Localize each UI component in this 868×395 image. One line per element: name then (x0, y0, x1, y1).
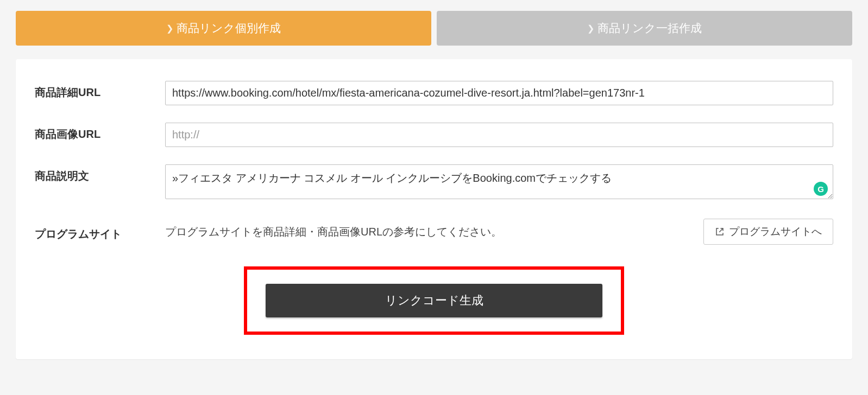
chevron-right-icon: ❯ (166, 23, 173, 34)
tabs: ❯ 商品リンク個別作成 ❯ 商品リンク一括作成 (16, 11, 852, 46)
generate-link-button[interactable]: リンクコード生成 (266, 284, 602, 317)
label-program-site: プログラムサイト (35, 222, 165, 241)
form-card: 商品詳細URL 商品画像URL 商品説明文 G プログラムサイト プログラムサイ… (16, 59, 852, 359)
external-link-icon (715, 227, 725, 237)
program-site-button[interactable]: プログラムサイトへ (703, 219, 833, 245)
description-textarea[interactable] (165, 164, 833, 199)
highlight-box: リンクコード生成 (244, 266, 624, 335)
label-image-url: 商品画像URL (35, 123, 165, 142)
program-site-button-label: プログラムサイトへ (729, 225, 822, 239)
tab-individual-label: 商品リンク個別作成 (177, 21, 281, 36)
chevron-right-icon: ❯ (587, 23, 594, 34)
tab-individual[interactable]: ❯ 商品リンク個別作成 (16, 11, 431, 46)
detail-url-input[interactable] (165, 81, 833, 105)
program-help-text: プログラムサイトを商品詳細・商品画像URLの参考にしてください。 (165, 225, 703, 239)
image-url-input[interactable] (165, 123, 833, 147)
tab-bulk-label: 商品リンク一括作成 (597, 21, 702, 36)
label-detail-url: 商品詳細URL (35, 81, 165, 100)
label-description: 商品説明文 (35, 164, 165, 183)
tab-bulk[interactable]: ❯ 商品リンク一括作成 (437, 11, 852, 46)
